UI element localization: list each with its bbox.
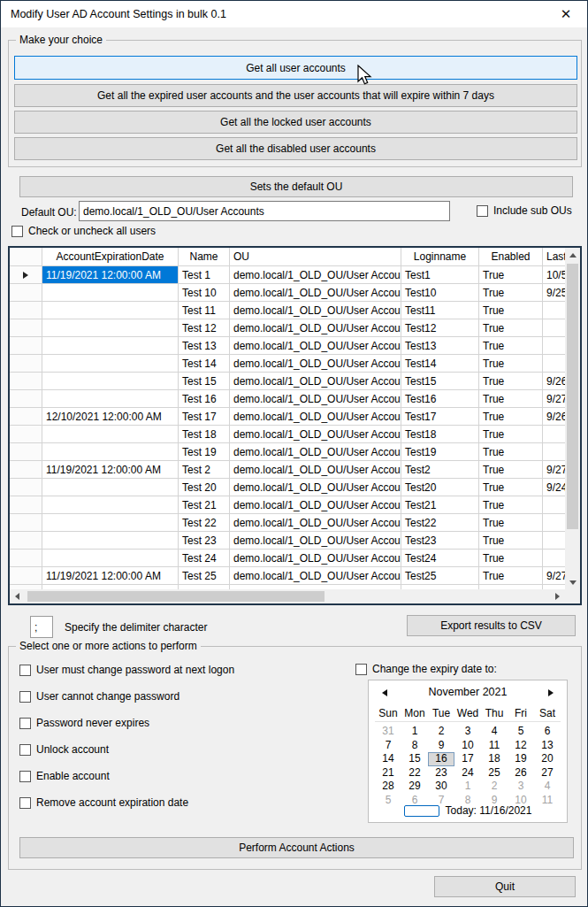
- include-sub-ous-checkbox-box[interactable]: [477, 205, 488, 217]
- calendar-month-title[interactable]: November 2021: [369, 686, 567, 698]
- calendar-day[interactable]: 2: [481, 780, 508, 794]
- calendar-day[interactable]: 14: [375, 752, 401, 766]
- row-header[interactable]: [10, 373, 42, 390]
- calendar-selected-day[interactable]: 16: [428, 752, 454, 766]
- cell-expiration[interactable]: 11/19/2021 12:00:00 AM: [42, 461, 179, 479]
- calendar-day[interactable]: 25: [481, 766, 508, 780]
- cell-enabled[interactable]: True: [479, 390, 543, 408]
- cell-loginname[interactable]: Test21: [401, 496, 479, 514]
- cell-loginname[interactable]: Test16: [401, 390, 479, 408]
- grid-header-last[interactable]: Last: [543, 248, 565, 266]
- row-header[interactable]: [10, 443, 42, 461]
- row-header[interactable]: [10, 496, 42, 514]
- calendar-day[interactable]: 30: [428, 780, 454, 794]
- cell-last[interactable]: 10/5.: [543, 266, 565, 284]
- cell-expiration[interactable]: [42, 302, 179, 319]
- cell-loginname[interactable]: Test24: [401, 550, 479, 567]
- must-change-password-checkbox-box[interactable]: [19, 665, 31, 676]
- cell-last[interactable]: [543, 426, 565, 443]
- calendar-day[interactable]: 4: [481, 725, 508, 739]
- cell-name[interactable]: Test 1: [179, 266, 230, 284]
- enable-account-checkbox-box[interactable]: [19, 771, 31, 782]
- cell-last[interactable]: [543, 496, 565, 514]
- cell-enabled[interactable]: True: [479, 514, 543, 532]
- calendar-day[interactable]: 17: [454, 752, 481, 766]
- unlock-account-checkbox-box[interactable]: [19, 744, 31, 756]
- cell-name[interactable]: Test 12: [179, 319, 230, 337]
- row-header[interactable]: [10, 337, 42, 355]
- cell-expiration[interactable]: [42, 284, 179, 302]
- row-header[interactable]: [10, 302, 42, 319]
- cell-last[interactable]: [543, 355, 565, 373]
- cell-name[interactable]: Test 11: [179, 302, 230, 319]
- table-row[interactable]: Test 15demo.local/1_OLD_OU/User Accounts…: [10, 373, 565, 390]
- get-locked-users-button[interactable]: Get all the locked user accounts: [14, 111, 577, 134]
- set-default-ou-button[interactable]: Sets the default OU: [19, 176, 573, 197]
- calendar-day[interactable]: 2: [428, 725, 454, 739]
- table-row[interactable]: Test 16demo.local/1_OLD_OU/User Accounts…: [10, 390, 565, 408]
- cell-last[interactable]: [543, 550, 565, 567]
- get-all-users-button[interactable]: Get all user accounts: [14, 56, 577, 80]
- cell-loginname[interactable]: Test1: [401, 266, 479, 284]
- remove-expiration-checkbox-box[interactable]: [19, 797, 31, 809]
- enable-account-checkbox[interactable]: Enable account: [19, 770, 110, 782]
- cell-expiration[interactable]: 11/19/2021 12:00:00 AM: [42, 567, 179, 585]
- cell-expiration[interactable]: [42, 550, 179, 567]
- row-header[interactable]: [10, 550, 42, 567]
- cell-loginname[interactable]: Test10: [401, 284, 479, 302]
- cell-enabled[interactable]: True: [479, 461, 543, 479]
- remove-expiration-checkbox[interactable]: Remove account expiration date: [19, 796, 188, 809]
- calendar-day[interactable]: 12: [508, 739, 534, 753]
- calendar-day[interactable]: 15: [401, 752, 428, 766]
- cell-enabled[interactable]: True: [479, 443, 543, 461]
- cell-enabled[interactable]: True: [479, 408, 543, 426]
- calendar-today-row[interactable]: Today: 11/16/2021: [369, 804, 567, 817]
- cell-ou[interactable]: demo.local/1_OLD_OU/User Accounts: [230, 461, 401, 479]
- cell-name[interactable]: Test 18: [179, 426, 230, 443]
- table-row[interactable]: Test 12demo.local/1_OLD_OU/User Accounts…: [10, 319, 565, 337]
- cell-ou[interactable]: demo.local/1_OLD_OU/User Accounts: [230, 337, 401, 355]
- cell-loginname[interactable]: Test25: [401, 567, 479, 585]
- grid-header-enabled[interactable]: Enabled: [479, 248, 543, 266]
- cell-name[interactable]: Test 15: [179, 373, 230, 390]
- table-row[interactable]: 11/19/2021 12:00:00 AMTest 25demo.local/…: [10, 567, 565, 585]
- cell-ou[interactable]: demo.local/1_OLD_OU/User Accounts: [230, 319, 401, 337]
- calendar-day[interactable]: 1: [401, 725, 428, 739]
- cell-expiration[interactable]: [42, 514, 179, 532]
- scroll-left-icon[interactable]: [10, 589, 25, 603]
- cell-loginname[interactable]: Test12: [401, 319, 479, 337]
- cell-name[interactable]: Test 2: [179, 461, 230, 479]
- expiry-date-calendar[interactable]: November 2021 SunMonTueWedThuFriSat 3112…: [368, 680, 568, 823]
- get-expired-users-button[interactable]: Get all the expired user accounts and th…: [14, 84, 577, 107]
- table-row[interactable]: Test 19demo.local/1_OLD_OU/User Accounts…: [10, 443, 565, 461]
- cell-ou[interactable]: demo.local/1_OLD_OU/User Accounts: [230, 266, 401, 284]
- calendar-day[interactable]: 29: [401, 780, 428, 794]
- calendar-next-month-icon[interactable]: [542, 686, 560, 700]
- cell-loginname[interactable]: Test15: [401, 373, 479, 390]
- cell-expiration[interactable]: [42, 532, 179, 550]
- calendar-day[interactable]: 7: [375, 739, 401, 753]
- grid-header-ou[interactable]: OU: [230, 248, 401, 266]
- table-row[interactable]: Test 13demo.local/1_OLD_OU/User Accounts…: [10, 337, 565, 355]
- password-never-expires-checkbox[interactable]: Password never expires: [19, 717, 149, 729]
- row-header[interactable]: [10, 514, 42, 532]
- calendar-day[interactable]: 22: [401, 766, 428, 780]
- cell-ou[interactable]: demo.local/1_OLD_OU/User Accounts: [230, 443, 401, 461]
- calendar-day[interactable]: 18: [481, 752, 508, 766]
- change-expiry-date-checkbox-box[interactable]: [355, 664, 367, 675]
- cell-name[interactable]: Test 16: [179, 390, 230, 408]
- cannot-change-password-checkbox-box[interactable]: [19, 691, 31, 703]
- table-row[interactable]: Test 20demo.local/1_OLD_OU/User Accounts…: [10, 479, 565, 496]
- cell-name[interactable]: Test 24: [179, 550, 230, 567]
- cell-last[interactable]: [543, 302, 565, 319]
- cell-loginname[interactable]: Test13: [401, 337, 479, 355]
- scroll-right-icon[interactable]: [550, 589, 565, 603]
- must-change-password-checkbox[interactable]: User must change password at next logon: [19, 664, 234, 676]
- cell-ou[interactable]: demo.local/1_OLD_OU/User Accounts: [230, 390, 401, 408]
- cell-name[interactable]: Test 19: [179, 443, 230, 461]
- cell-loginname[interactable]: Test14: [401, 355, 479, 373]
- cell-ou[interactable]: demo.local/1_OLD_OU/User Accounts: [230, 408, 401, 426]
- calendar-day[interactable]: 24: [454, 766, 481, 780]
- cell-loginname[interactable]: Test20: [401, 479, 479, 496]
- table-row[interactable]: 12/10/2021 12:00:00 AMTest 17demo.local/…: [10, 408, 565, 426]
